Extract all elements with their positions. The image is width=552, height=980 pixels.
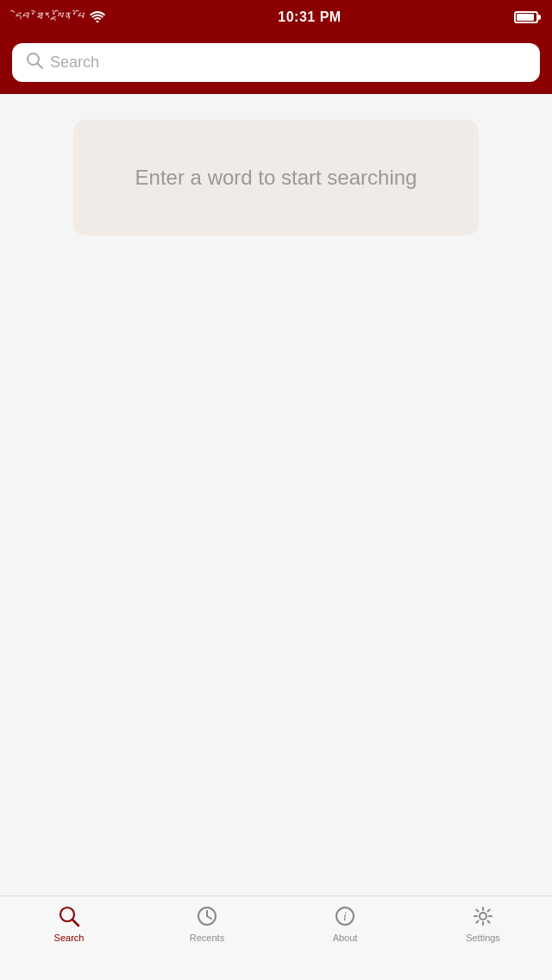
settings-tab-icon [470,903,496,929]
battery-icon [514,11,538,23]
tab-about[interactable]: i About [276,903,414,943]
search-bar-container[interactable] [12,43,540,82]
search-tab-label: Search [54,933,85,943]
about-tab-icon: i [332,903,358,929]
svg-line-6 [207,916,211,919]
status-bar: དེབ་ཐེར་སྔོན་པོ 10:31 PM [0,0,552,35]
prompt-text: Enter a word to start searching [99,163,453,192]
search-input[interactable] [50,53,526,72]
wifi-icon [90,10,105,25]
about-tab-label: About [333,933,358,943]
prompt-card: Enter a word to start searching [73,120,479,236]
recents-tab-icon [194,903,220,929]
svg-point-2 [60,908,74,921]
recents-tab-label: Recents [190,933,224,943]
tab-search[interactable]: Search [0,903,138,943]
svg-point-9 [480,913,486,920]
status-time: 10:31 PM [278,9,341,25]
status-left: དེབ་ཐེར་སྔོན་པོ [14,10,105,25]
svg-line-3 [73,920,79,927]
battery-fill [517,14,534,21]
settings-tab-label: Settings [466,933,500,943]
svg-text:i: i [343,910,347,923]
tab-settings[interactable]: Settings [414,903,552,943]
search-icon [26,52,43,73]
tab-bar: Search Recents i About S [0,895,552,980]
nav-bar [0,35,552,94]
main-content: Enter a word to start searching [0,94,552,895]
app-name-status: དེབ་ཐེར་སྔོན་པོ [14,10,83,25]
tab-recents[interactable]: Recents [138,903,276,943]
search-tab-icon [56,903,82,929]
svg-line-1 [38,64,43,69]
